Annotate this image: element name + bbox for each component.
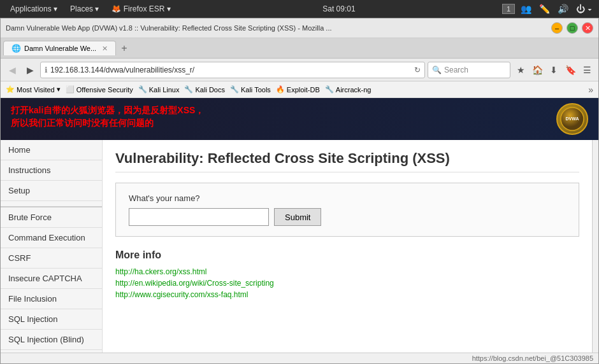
sidebar-item-home[interactable]: Home bbox=[1, 140, 102, 160]
search-placeholder: Search bbox=[444, 66, 468, 74]
more-info-link-1[interactable]: http://ha.ckers.org/xss.html bbox=[115, 267, 579, 276]
lock-icon: ℹ bbox=[45, 66, 48, 74]
browser-title: Damn Vulnerable Web App (DVWA) v1.8 :: V… bbox=[6, 24, 547, 32]
dvwa-header: 打开kali自带的火狐浏览器，因为是反射型XSS， 所以我们正常访问时没有任何问… bbox=[1, 98, 598, 140]
sidebar-item-sql-injection[interactable]: SQL Injection bbox=[1, 309, 102, 330]
sidebar-item-csrf[interactable]: CSRF bbox=[1, 248, 102, 269]
pen-icon: ✏️ bbox=[537, 3, 552, 15]
page-scrollbar[interactable] bbox=[592, 140, 598, 353]
tab-close-button[interactable]: ✕ bbox=[102, 45, 108, 53]
status-bar: https://blog.csdn.net/bei_@51C303985 bbox=[1, 353, 598, 363]
content-area: Vulnerability: Reflected Cross Site Scri… bbox=[103, 140, 592, 353]
more-info-link-2[interactable]: http://en.wikipedia.org/wiki/Cross-site_… bbox=[115, 279, 579, 288]
status-text: https://blog.csdn.net/bei_@51C303985 bbox=[472, 354, 593, 362]
bookmark-icon: ⭐ bbox=[6, 85, 15, 94]
sidebar-item-sql-injection-blind[interactable]: SQL Injection (Blind) bbox=[1, 330, 102, 350]
minimize-button[interactable]: – bbox=[551, 22, 563, 34]
address-text: 192.168.13.144/dvwa/vulnerabilities/xss_… bbox=[50, 66, 412, 74]
form-label: What's your name? bbox=[129, 193, 566, 203]
bookmark-most-visited[interactable]: ⭐ Most Visited ▾ bbox=[6, 85, 61, 94]
bookmark-offensive-security[interactable]: ⬜ Offensive Security bbox=[66, 85, 133, 94]
sidebar-item-instructions[interactable]: Instructions bbox=[1, 160, 102, 181]
sidebar: Home Instructions Setup Brute Force Comm… bbox=[1, 140, 103, 353]
bookmark-kali-linux[interactable]: 🔧 Kali Linux bbox=[138, 85, 180, 94]
title-bar: Damn Vulnerable Web App (DVWA) v1.8 :: V… bbox=[1, 18, 598, 38]
system-bar: Applications ▾ Places ▾ 🦊 Firefox ESR ▾ … bbox=[0, 0, 599, 18]
reload-button[interactable]: ↻ bbox=[414, 66, 421, 74]
dvwa-main: Home Instructions Setup Brute Force Comm… bbox=[1, 140, 598, 353]
nav-icons: ★ 🏠 ⬇ 🔖 ☰ bbox=[513, 62, 595, 78]
datetime: Sat 09:01 bbox=[178, 4, 500, 13]
kali-tools-icon: 🔧 bbox=[230, 85, 239, 94]
submit-button[interactable]: Submit bbox=[274, 208, 321, 226]
download-icon[interactable]: ⬇ bbox=[546, 62, 561, 78]
bookmarks-bar: ⭐ Most Visited ▾ ⬜ Offensive Security 🔧 … bbox=[1, 81, 598, 98]
page-title: Vulnerability: Reflected Cross Site Scri… bbox=[115, 150, 579, 172]
menu-icon[interactable]: ☰ bbox=[579, 62, 595, 78]
users-icon: 👥 bbox=[519, 3, 533, 15]
workspace-badge[interactable]: 1 bbox=[502, 4, 515, 14]
sidebar-item-insecure-captcha[interactable]: Insecure CAPTCHA bbox=[1, 269, 102, 289]
search-icon: 🔍 bbox=[432, 66, 442, 74]
sidebar-item-setup[interactable]: Setup bbox=[1, 181, 102, 201]
search-box[interactable]: 🔍 Search bbox=[428, 62, 510, 78]
nav-bar: ◀ ▶ ℹ 192.168.13.144/dvwa/vulnerabilitie… bbox=[1, 59, 598, 81]
dvwa-logo-circle: DVWA bbox=[556, 103, 588, 135]
volume-icon: 🔊 bbox=[556, 3, 570, 15]
form-row: Submit bbox=[129, 208, 566, 226]
places-menu[interactable]: Places ▾ bbox=[65, 3, 104, 15]
tab-favicon: 🌐 bbox=[11, 44, 21, 53]
browser-tab[interactable]: 🌐 Damn Vulnerable We... ✕ bbox=[3, 41, 116, 55]
bookmarks-more-button[interactable]: » bbox=[588, 85, 593, 95]
name-input[interactable] bbox=[129, 208, 269, 226]
overlay-text: 打开kali自带的火狐浏览器，因为是反射型XSS， 所以我们正常访问时没有任何问… bbox=[11, 104, 204, 129]
aircrack-icon: 🔧 bbox=[325, 85, 334, 94]
maximize-button[interactable]: □ bbox=[567, 22, 578, 34]
svg-text:DVWA: DVWA bbox=[566, 116, 579, 121]
browser-window: Damn Vulnerable Web App (DVWA) v1.8 :: V… bbox=[0, 18, 599, 364]
bookmark-kali-tools[interactable]: 🔧 Kali Tools bbox=[230, 85, 271, 94]
power-menu[interactable]: ⏻ ▾ bbox=[574, 3, 594, 15]
tab-bar: 🌐 Damn Vulnerable We... ✕ + bbox=[1, 38, 598, 59]
sidebar-item-command-execution[interactable]: Command Execution bbox=[1, 228, 102, 248]
more-info-link-3[interactable]: http://www.cgisecurity.com/xss-faq.html bbox=[115, 290, 579, 299]
exploit-db-icon: 🔥 bbox=[276, 85, 285, 94]
sidebar-item-brute-force[interactable]: Brute Force bbox=[1, 206, 102, 228]
star-icon[interactable]: ★ bbox=[513, 62, 528, 78]
xss-form: What's your name? Submit bbox=[115, 183, 579, 237]
offensive-security-icon: ⬜ bbox=[66, 85, 75, 94]
applications-menu[interactable]: Applications ▾ bbox=[5, 3, 62, 15]
bookmark-kali-docs[interactable]: 🔧 Kali Docs bbox=[184, 85, 224, 94]
bookmark-aircrack[interactable]: 🔧 Aircrack-ng bbox=[325, 85, 372, 94]
home-icon[interactable]: 🏠 bbox=[530, 62, 545, 78]
new-tab-button[interactable]: + bbox=[116, 40, 132, 57]
kali-docs-icon: 🔧 bbox=[184, 85, 193, 94]
kali-linux-icon: 🔧 bbox=[138, 85, 147, 94]
tab-title: Damn Vulnerable We... bbox=[24, 45, 96, 52]
sidebar-item-file-inclusion[interactable]: File Inclusion bbox=[1, 289, 102, 309]
forward-button[interactable]: ▶ bbox=[22, 62, 38, 78]
firefox-menu[interactable]: 🦊 Firefox ESR ▾ bbox=[106, 3, 175, 15]
more-info-title: More info bbox=[115, 249, 579, 261]
back-button[interactable]: ◀ bbox=[4, 62, 20, 78]
system-tray: 1 👥 ✏️ 🔊 ⏻ ▾ bbox=[502, 3, 594, 15]
close-button[interactable]: ✕ bbox=[582, 22, 593, 34]
address-bar[interactable]: ℹ 192.168.13.144/dvwa/vulnerabilities/xs… bbox=[40, 62, 425, 78]
dvwa-page: 打开kali自带的火狐浏览器，因为是反射型XSS， 所以我们正常访问时没有任何问… bbox=[1, 98, 598, 353]
page-content: 打开kali自带的火狐浏览器，因为是反射型XSS， 所以我们正常访问时没有任何问… bbox=[1, 98, 598, 353]
bookmark-exploit-db[interactable]: 🔥 Exploit-DB bbox=[276, 85, 320, 94]
bookmark-icon[interactable]: 🔖 bbox=[563, 62, 578, 78]
